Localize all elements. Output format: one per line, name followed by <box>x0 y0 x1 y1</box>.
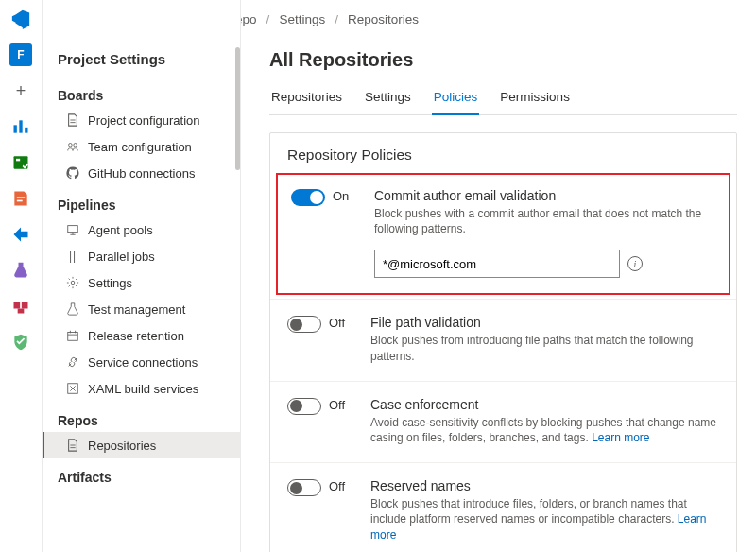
project-settings-sidebar: Project Settings BoardsProject configura… <box>43 0 241 552</box>
tab-bar: RepositoriesSettingsPoliciesPermissions <box>269 84 737 115</box>
artifacts-icon[interactable] <box>9 295 32 318</box>
email-pattern-input[interactable] <box>374 250 620 278</box>
sidebar-item-github-connections[interactable]: GitHub connections <box>43 160 240 186</box>
github-icon <box>65 165 80 181</box>
learn-more-link[interactable]: Learn more <box>592 431 649 444</box>
policy-row: OffCase enforcementAvoid case-sensitivit… <box>270 381 736 462</box>
sidebar-item-label: GitHub connections <box>88 166 195 181</box>
policy-toggle[interactable] <box>291 189 325 206</box>
agent-icon <box>65 222 80 237</box>
svg-point-13 <box>71 281 75 285</box>
policy-toggle[interactable] <box>287 316 321 333</box>
tab-policies[interactable]: Policies <box>432 84 480 115</box>
shield-icon[interactable] <box>9 331 32 354</box>
policy-row: OffReserved namesBlock pushes that intro… <box>270 462 736 552</box>
sidebar-item-label: Settings <box>88 276 132 290</box>
sidebar-item-label: Service connections <box>88 355 198 370</box>
page-title: All Repositories <box>269 49 737 71</box>
tab-permissions[interactable]: Permissions <box>498 84 572 114</box>
sidebar-item-settings[interactable]: Settings <box>43 269 240 296</box>
toggle-state-label: On <box>333 189 349 203</box>
repository-policies-panel: Repository Policies OnCommit author emai… <box>269 132 737 552</box>
toggle-state-label: Off <box>329 398 345 412</box>
svg-rect-6 <box>17 200 23 202</box>
svg-rect-7 <box>14 302 21 309</box>
sidebar-item-xaml-build-services[interactable]: XAML build services <box>43 375 240 402</box>
dashboards-icon[interactable] <box>9 115 32 138</box>
doc-icon <box>65 438 80 453</box>
svg-rect-9 <box>18 309 25 314</box>
project-avatar[interactable]: F <box>9 43 32 66</box>
pipelines-icon[interactable] <box>9 223 32 246</box>
sidebar-item-label: Release retention <box>88 329 184 343</box>
policy-description: Avoid case-sensitivity conflicts by bloc… <box>370 415 719 445</box>
boards-icon[interactable] <box>9 151 32 174</box>
policy-toggle[interactable] <box>287 479 321 496</box>
sidebar-group-title: Pipelines <box>43 186 240 216</box>
tab-repositories[interactable]: Repositories <box>269 84 344 114</box>
test-plans-icon[interactable] <box>9 259 32 282</box>
team-cfg-icon <box>65 139 80 154</box>
scrollbar-thumb[interactable] <box>235 47 240 170</box>
sidebar-item-team-configuration[interactable]: Team configuration <box>43 133 240 160</box>
sidebar-group-title: Artifacts <box>43 458 240 489</box>
policy-title: Case enforcement <box>370 397 719 412</box>
global-nav-rail: F + <box>0 0 43 552</box>
toggle-state-label: Off <box>329 479 345 493</box>
sidebar-item-test-management[interactable]: Test management <box>43 296 240 322</box>
svg-rect-1 <box>19 120 22 132</box>
sidebar-item-label: Test management <box>88 302 185 317</box>
sidebar-item-parallel-jobs[interactable]: ||Parallel jobs <box>43 243 240 269</box>
sidebar-group-title: Repos <box>43 402 240 432</box>
policy-description: Block pushes that introduce files, folde… <box>370 496 719 543</box>
svg-rect-14 <box>68 333 78 341</box>
service-icon <box>65 354 80 370</box>
svg-rect-4 <box>16 159 20 162</box>
sidebar-item-label: Repositories <box>88 439 156 453</box>
policy-toggle[interactable] <box>287 398 321 415</box>
sidebar-group-title: Boards <box>43 77 240 107</box>
azure-devops-logo-icon[interactable] <box>9 8 32 30</box>
sidebar-item-project-configuration[interactable]: Project configuration <box>43 107 240 133</box>
policy-title: Commit author email validation <box>374 188 715 203</box>
svg-point-10 <box>69 144 73 147</box>
breadcrumb-repositories[interactable]: Repositories <box>348 12 419 26</box>
retention-icon <box>65 328 80 343</box>
svg-rect-8 <box>22 302 28 309</box>
breadcrumb-settings[interactable]: Settings <box>279 12 325 26</box>
policy-row: OnCommit author email validationBlock pu… <box>276 173 730 295</box>
panel-title: Repository Policies <box>270 133 736 169</box>
toggle-state-label: Off <box>329 316 345 330</box>
info-icon[interactable]: i <box>627 256 643 271</box>
tab-settings[interactable]: Settings <box>363 84 413 114</box>
sidebar-item-service-connections[interactable]: Service connections <box>43 349 240 375</box>
sidebar-item-label: XAML build services <box>88 382 198 396</box>
sidebar-item-label: Parallel jobs <box>88 250 155 264</box>
add-icon[interactable]: + <box>9 79 32 102</box>
sidebar-item-label: Project configuration <box>88 113 200 128</box>
policy-row: OffFile path validationBlock pushes from… <box>270 299 736 380</box>
svg-rect-5 <box>17 197 25 198</box>
policy-title: File path validation <box>370 315 719 330</box>
svg-point-11 <box>74 144 77 147</box>
sidebar-heading: Project Settings <box>43 45 240 77</box>
policy-title: Reserved names <box>370 478 719 493</box>
svg-rect-0 <box>14 125 17 132</box>
sidebar-item-repositories[interactable]: Repositories <box>43 432 240 458</box>
repos-icon[interactable] <box>9 187 32 210</box>
sidebar-item-release-retention[interactable]: Release retention <box>43 322 240 349</box>
main-content: All Repositories RepositoriesSettingsPol… <box>241 0 756 552</box>
sidebar-item-agent-pools[interactable]: Agent pools <box>43 216 240 243</box>
sidebar-item-label: Agent pools <box>88 223 153 237</box>
svg-rect-12 <box>68 226 78 233</box>
sidebar-item-label: Team configuration <box>88 140 192 154</box>
gear-icon <box>65 275 80 290</box>
parallel-icon: || <box>65 249 80 264</box>
policy-description: Block pushes from introducing file paths… <box>370 333 719 363</box>
svg-rect-2 <box>25 128 27 133</box>
xaml-icon <box>65 381 80 396</box>
policy-description: Block pushes with a commit author email … <box>374 206 715 236</box>
doc-icon <box>65 112 80 128</box>
test-icon <box>65 302 80 317</box>
